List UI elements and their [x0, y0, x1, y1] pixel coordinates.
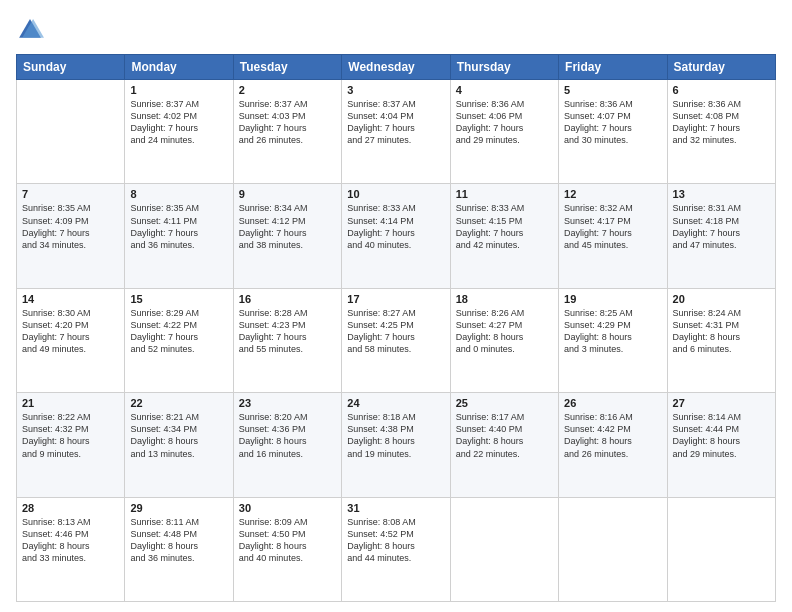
- day-info: Sunrise: 8:26 AM Sunset: 4:27 PM Dayligh…: [456, 307, 553, 356]
- calendar-cell: 24Sunrise: 8:18 AM Sunset: 4:38 PM Dayli…: [342, 393, 450, 497]
- weekday-header-row: SundayMondayTuesdayWednesdayThursdayFrid…: [17, 55, 776, 80]
- calendar-cell: 3Sunrise: 8:37 AM Sunset: 4:04 PM Daylig…: [342, 80, 450, 184]
- calendar-cell: 20Sunrise: 8:24 AM Sunset: 4:31 PM Dayli…: [667, 288, 775, 392]
- weekday-friday: Friday: [559, 55, 667, 80]
- day-info: Sunrise: 8:36 AM Sunset: 4:06 PM Dayligh…: [456, 98, 553, 147]
- day-number: 24: [347, 397, 444, 409]
- day-info: Sunrise: 8:37 AM Sunset: 4:04 PM Dayligh…: [347, 98, 444, 147]
- calendar-cell: 30Sunrise: 8:09 AM Sunset: 4:50 PM Dayli…: [233, 497, 341, 601]
- calendar-cell: 28Sunrise: 8:13 AM Sunset: 4:46 PM Dayli…: [17, 497, 125, 601]
- day-number: 19: [564, 293, 661, 305]
- day-number: 14: [22, 293, 119, 305]
- day-info: Sunrise: 8:20 AM Sunset: 4:36 PM Dayligh…: [239, 411, 336, 460]
- day-number: 27: [673, 397, 770, 409]
- day-number: 20: [673, 293, 770, 305]
- day-number: 21: [22, 397, 119, 409]
- logo: [16, 16, 48, 44]
- day-number: 30: [239, 502, 336, 514]
- day-number: 3: [347, 84, 444, 96]
- day-info: Sunrise: 8:25 AM Sunset: 4:29 PM Dayligh…: [564, 307, 661, 356]
- calendar-cell: [450, 497, 558, 601]
- day-info: Sunrise: 8:14 AM Sunset: 4:44 PM Dayligh…: [673, 411, 770, 460]
- calendar-cell: 18Sunrise: 8:26 AM Sunset: 4:27 PM Dayli…: [450, 288, 558, 392]
- day-info: Sunrise: 8:22 AM Sunset: 4:32 PM Dayligh…: [22, 411, 119, 460]
- day-number: 9: [239, 188, 336, 200]
- week-row-5: 28Sunrise: 8:13 AM Sunset: 4:46 PM Dayli…: [17, 497, 776, 601]
- calendar-cell: 11Sunrise: 8:33 AM Sunset: 4:15 PM Dayli…: [450, 184, 558, 288]
- calendar-cell: 5Sunrise: 8:36 AM Sunset: 4:07 PM Daylig…: [559, 80, 667, 184]
- day-info: Sunrise: 8:32 AM Sunset: 4:17 PM Dayligh…: [564, 202, 661, 251]
- calendar-cell: [559, 497, 667, 601]
- week-row-4: 21Sunrise: 8:22 AM Sunset: 4:32 PM Dayli…: [17, 393, 776, 497]
- day-info: Sunrise: 8:33 AM Sunset: 4:15 PM Dayligh…: [456, 202, 553, 251]
- calendar-cell: 26Sunrise: 8:16 AM Sunset: 4:42 PM Dayli…: [559, 393, 667, 497]
- calendar-cell: 10Sunrise: 8:33 AM Sunset: 4:14 PM Dayli…: [342, 184, 450, 288]
- calendar-cell: 9Sunrise: 8:34 AM Sunset: 4:12 PM Daylig…: [233, 184, 341, 288]
- day-info: Sunrise: 8:09 AM Sunset: 4:50 PM Dayligh…: [239, 516, 336, 565]
- day-info: Sunrise: 8:35 AM Sunset: 4:09 PM Dayligh…: [22, 202, 119, 251]
- calendar-cell: [667, 497, 775, 601]
- day-info: Sunrise: 8:16 AM Sunset: 4:42 PM Dayligh…: [564, 411, 661, 460]
- day-number: 15: [130, 293, 227, 305]
- week-row-3: 14Sunrise: 8:30 AM Sunset: 4:20 PM Dayli…: [17, 288, 776, 392]
- day-info: Sunrise: 8:17 AM Sunset: 4:40 PM Dayligh…: [456, 411, 553, 460]
- day-number: 26: [564, 397, 661, 409]
- day-info: Sunrise: 8:35 AM Sunset: 4:11 PM Dayligh…: [130, 202, 227, 251]
- week-row-1: 1Sunrise: 8:37 AM Sunset: 4:02 PM Daylig…: [17, 80, 776, 184]
- calendar-cell: 4Sunrise: 8:36 AM Sunset: 4:06 PM Daylig…: [450, 80, 558, 184]
- calendar-cell: [17, 80, 125, 184]
- calendar-cell: 27Sunrise: 8:14 AM Sunset: 4:44 PM Dayli…: [667, 393, 775, 497]
- day-number: 13: [673, 188, 770, 200]
- day-number: 16: [239, 293, 336, 305]
- day-number: 18: [456, 293, 553, 305]
- day-number: 4: [456, 84, 553, 96]
- day-number: 6: [673, 84, 770, 96]
- calendar-cell: 22Sunrise: 8:21 AM Sunset: 4:34 PM Dayli…: [125, 393, 233, 497]
- day-info: Sunrise: 8:21 AM Sunset: 4:34 PM Dayligh…: [130, 411, 227, 460]
- logo-icon: [16, 16, 44, 44]
- day-number: 17: [347, 293, 444, 305]
- calendar-cell: 13Sunrise: 8:31 AM Sunset: 4:18 PM Dayli…: [667, 184, 775, 288]
- weekday-monday: Monday: [125, 55, 233, 80]
- day-info: Sunrise: 8:31 AM Sunset: 4:18 PM Dayligh…: [673, 202, 770, 251]
- day-number: 12: [564, 188, 661, 200]
- day-info: Sunrise: 8:13 AM Sunset: 4:46 PM Dayligh…: [22, 516, 119, 565]
- calendar-cell: 7Sunrise: 8:35 AM Sunset: 4:09 PM Daylig…: [17, 184, 125, 288]
- day-number: 22: [130, 397, 227, 409]
- calendar-cell: 29Sunrise: 8:11 AM Sunset: 4:48 PM Dayli…: [125, 497, 233, 601]
- calendar-table: SundayMondayTuesdayWednesdayThursdayFrid…: [16, 54, 776, 602]
- calendar-cell: 21Sunrise: 8:22 AM Sunset: 4:32 PM Dayli…: [17, 393, 125, 497]
- day-info: Sunrise: 8:11 AM Sunset: 4:48 PM Dayligh…: [130, 516, 227, 565]
- weekday-wednesday: Wednesday: [342, 55, 450, 80]
- day-info: Sunrise: 8:36 AM Sunset: 4:08 PM Dayligh…: [673, 98, 770, 147]
- day-number: 28: [22, 502, 119, 514]
- day-info: Sunrise: 8:37 AM Sunset: 4:03 PM Dayligh…: [239, 98, 336, 147]
- day-number: 1: [130, 84, 227, 96]
- day-number: 8: [130, 188, 227, 200]
- day-info: Sunrise: 8:34 AM Sunset: 4:12 PM Dayligh…: [239, 202, 336, 251]
- day-number: 11: [456, 188, 553, 200]
- day-info: Sunrise: 8:37 AM Sunset: 4:02 PM Dayligh…: [130, 98, 227, 147]
- calendar-cell: 16Sunrise: 8:28 AM Sunset: 4:23 PM Dayli…: [233, 288, 341, 392]
- day-number: 10: [347, 188, 444, 200]
- weekday-sunday: Sunday: [17, 55, 125, 80]
- calendar-cell: 25Sunrise: 8:17 AM Sunset: 4:40 PM Dayli…: [450, 393, 558, 497]
- day-info: Sunrise: 8:28 AM Sunset: 4:23 PM Dayligh…: [239, 307, 336, 356]
- page: SundayMondayTuesdayWednesdayThursdayFrid…: [0, 0, 792, 612]
- day-number: 5: [564, 84, 661, 96]
- calendar-cell: 31Sunrise: 8:08 AM Sunset: 4:52 PM Dayli…: [342, 497, 450, 601]
- day-info: Sunrise: 8:29 AM Sunset: 4:22 PM Dayligh…: [130, 307, 227, 356]
- calendar-cell: 12Sunrise: 8:32 AM Sunset: 4:17 PM Dayli…: [559, 184, 667, 288]
- weekday-tuesday: Tuesday: [233, 55, 341, 80]
- day-number: 7: [22, 188, 119, 200]
- weekday-thursday: Thursday: [450, 55, 558, 80]
- day-info: Sunrise: 8:36 AM Sunset: 4:07 PM Dayligh…: [564, 98, 661, 147]
- calendar-cell: 19Sunrise: 8:25 AM Sunset: 4:29 PM Dayli…: [559, 288, 667, 392]
- day-number: 29: [130, 502, 227, 514]
- calendar-cell: 17Sunrise: 8:27 AM Sunset: 4:25 PM Dayli…: [342, 288, 450, 392]
- day-number: 31: [347, 502, 444, 514]
- calendar-cell: 15Sunrise: 8:29 AM Sunset: 4:22 PM Dayli…: [125, 288, 233, 392]
- calendar-cell: 14Sunrise: 8:30 AM Sunset: 4:20 PM Dayli…: [17, 288, 125, 392]
- day-number: 25: [456, 397, 553, 409]
- calendar-cell: 8Sunrise: 8:35 AM Sunset: 4:11 PM Daylig…: [125, 184, 233, 288]
